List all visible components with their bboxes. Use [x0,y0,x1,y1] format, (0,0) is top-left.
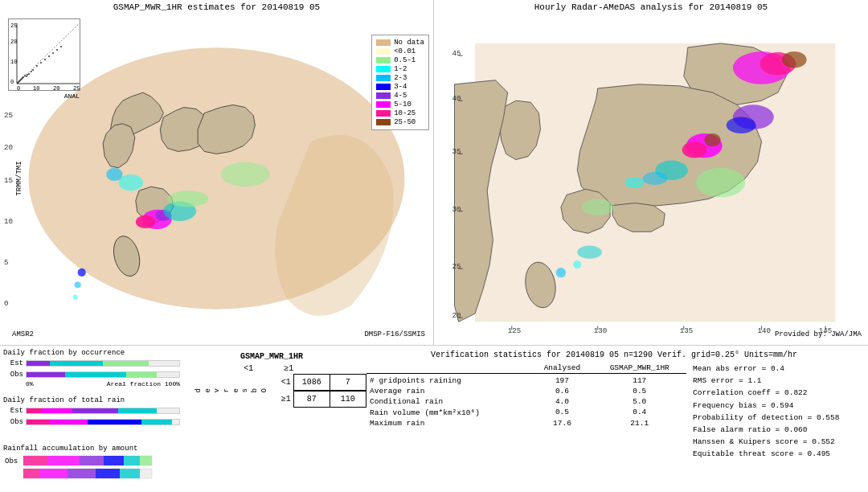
legend-item-1025: 10-25 [376,109,424,117]
svg-point-70 [573,260,581,269]
svg-point-40 [106,168,122,181]
svg-point-62 [727,117,756,133]
contingency-title: GSMAP_MWR_1HR [240,352,303,361]
svg-point-42 [221,162,270,187]
chart1-obs-fill3 [126,372,157,377]
svg-point-36 [136,215,155,228]
legend-color-05 [376,57,391,64]
chart1-axis-left: 0% [26,380,34,387]
chart2-obs-fill [27,420,50,424]
stats-label-maxrain: Maximum rain [366,418,531,428]
legend-color-510 [376,101,391,108]
svg-point-22 [27,74,28,76]
chart2-obs-fill2 [50,420,88,424]
legend-label-12: 1-2 [394,65,407,73]
stats-val1-avgrain: 0.6 [531,386,592,396]
left-map-title: GSMAP_MWR_1HR estimates for 20140819 05 [0,0,433,14]
svg-point-21 [22,77,23,79]
svg-text:25: 25 [73,85,80,92]
chart1-obs-track [26,371,180,378]
chart2-est-fill2 [42,408,72,413]
legend-item-2550: 25-50 [376,118,424,126]
chart3-svg: Obs [3,454,156,482]
svg-rect-96 [80,456,104,465]
chart2-title: Daily fraction of total rain [3,396,180,404]
chart1-obs-fill2 [65,372,126,377]
legend-label-23: 2-3 [394,74,407,82]
maps-section: GSMAP_MWR_1HR estimates for 20140819 05 [0,0,868,346]
svg-point-15 [40,62,42,64]
stat-mean-abs-error: Mean abs error = 0.4 [693,363,862,375]
chart1-title: Daily fraction by occurrence [3,349,180,357]
svg-point-19 [56,49,58,51]
svg-text:5: 5 [4,258,9,267]
legend-label-510: 5-10 [394,100,411,109]
legend-color-nodata [376,39,391,46]
svg-rect-94 [23,456,47,465]
legend-item-05: 0.5-1 [376,56,424,64]
svg-point-67 [581,199,614,215]
chart1-container: Daily fraction by occurrence Est Obs [3,349,180,393]
svg-text:0: 0 [4,299,9,308]
chart1-axis: 0% Areal fraction 100% [3,380,180,387]
legend-label-34: 3-4 [394,83,407,91]
legend-item-nodata: No data [376,39,424,47]
legend-item-45: 4-5 [376,92,424,100]
svg-rect-105 [96,469,120,478]
chart1-obs-fill [27,372,65,377]
svg-point-6 [18,80,20,82]
svg-point-68 [577,246,602,259]
svg-point-16 [44,59,46,60]
chart2-obs-fill4 [141,420,172,424]
chart1-obs-label: Obs [3,371,23,379]
cell-r1c2: 7 [330,375,366,391]
svg-rect-98 [124,456,140,465]
svg-rect-99 [140,456,152,465]
main-container: GSMAP_MWR_1HR estimates for 20140819 05 [0,0,868,492]
stats-label-gridpoints: # gridpoints raining [366,375,531,386]
scatter-inset: 0 10 20 25 0 10 20 25 ANAL [8,18,80,91]
chart2-est-row: Est [3,406,180,416]
svg-point-60 [782,51,807,68]
right-map-bottom-label: Provided by: JWA/JMA [775,330,862,338]
stats-val2-rainvol: 0.4 [592,407,686,418]
svg-rect-97 [104,456,124,465]
chart2-est-fill3 [72,408,118,413]
stat-corr-coeff: Correlation coeff = 0.822 [693,387,862,399]
svg-point-14 [36,65,38,67]
svg-text:25: 25 [452,262,461,271]
bottom-section: Daily fraction by occurrence Est Obs [0,346,868,492]
stats-columns: Analysed GSMAP_MWR_1HR # gridpoints rain… [366,363,862,487]
chart2-est-fill4 [118,408,157,413]
left-map-y-label: TRMM/TMI [15,161,23,195]
stats-col-header-analysed: Analysed [531,363,592,374]
svg-text:20: 20 [53,85,59,92]
stats-row-maxrain: Maximum rain 17.6 21.1 [366,418,686,428]
contingency-panel: GSMAP_MWR_1HR <1 ≥1 Observed [183,349,360,489]
svg-point-18 [52,52,54,54]
legend-color-001 [376,48,391,55]
stats-row-rainvol: Rain volume (mm*km²x10⁶) 0.5 0.4 [366,407,686,418]
stat-rms-error: RMS error = 1.1 [693,375,862,387]
legend-label-45: 4-5 [394,92,407,100]
legend-color-2550 [376,119,391,125]
legend-item-001: <0.01 [376,47,424,55]
right-map-svg: 45 40 35 30 25 20 125 130 135 140 145 [434,14,868,342]
right-map-canvas: 45 40 35 30 25 20 125 130 135 140 145 [434,14,868,342]
stats-title: Verification statistics for 20140819 05 … [366,351,862,359]
svg-text:15: 15 [4,176,13,185]
legend-item-34: 3-4 [376,83,424,91]
chart2-obs-fill3 [88,420,141,424]
svg-text:140: 140 [757,326,770,335]
svg-text:20: 20 [4,143,13,152]
svg-text:10: 10 [33,85,39,92]
legend-item-23: 2-3 [376,74,424,82]
stats-val2-gridpoints: 117 [592,375,686,386]
svg-text:40: 40 [452,94,461,103]
chart2-est-track [26,408,180,414]
chart2-bars: Est Obs [3,406,180,427]
cell-r2c1: 87 [293,392,330,408]
contingency-table-row2: 87 110 [293,391,366,408]
right-map: Hourly Radar-AMeDAS analysis for 2014081… [434,0,868,346]
stats-val2-avgrain: 0.5 [592,386,686,396]
